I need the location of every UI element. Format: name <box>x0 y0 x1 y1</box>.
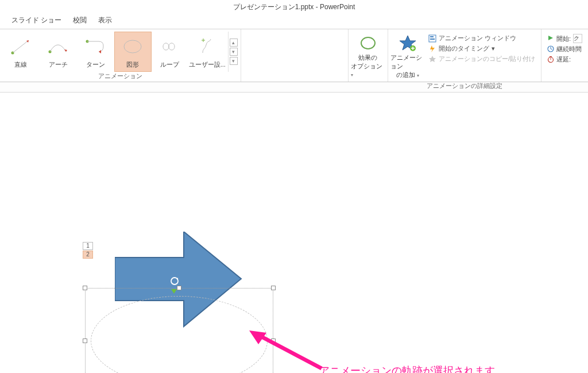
title-bar: プレゼンテーション1.pptx - PowerPoint <box>0 0 588 13</box>
svg-rect-21 <box>550 56 552 57</box>
anim-thumb-arc[interactable]: アーチ <box>40 32 77 72</box>
svg-rect-13 <box>430 36 434 37</box>
tab-slideshow[interactable]: スライド ショー <box>6 13 67 29</box>
svg-marker-15 <box>429 56 436 62</box>
order-tag-2[interactable]: 2 <box>83 251 93 259</box>
svg-point-4 <box>124 40 141 53</box>
order-tag-1[interactable]: 1 <box>83 242 93 250</box>
selection-handle[interactable] <box>83 286 87 290</box>
tab-view[interactable]: 表示 <box>92 13 118 29</box>
svg-point-7 <box>361 37 375 49</box>
ribbon-tabs: スライド ショー 校閲 表示 <box>0 13 588 29</box>
arc-path-icon <box>44 35 72 58</box>
svg-rect-14 <box>430 39 435 40</box>
chevron-down-icon: ▾ <box>492 45 495 52</box>
trigger-button[interactable]: 開始のタイミング ▾ <box>428 44 535 53</box>
chevron-down-icon: ▾ <box>417 73 419 78</box>
chevron-up-icon: ▴ <box>230 39 238 47</box>
duration-icon <box>547 45 554 53</box>
painter-icon <box>428 55 436 63</box>
anim-thumb-custom[interactable]: ユーザー設... <box>188 32 226 72</box>
start-field[interactable]: ク <box>573 34 582 43</box>
animation-order-tags: 1 2 <box>83 242 93 259</box>
pane-icon <box>428 34 436 43</box>
group-label-advanced: アニメーションの詳細設定 <box>388 82 541 92</box>
custom-path-icon <box>194 35 221 58</box>
anim-gallery-more[interactable]: ▴ ▾ ▾ <box>228 32 238 72</box>
motion-path-selection[interactable] <box>85 288 273 373</box>
timing-start-row[interactable]: 開始: ク <box>547 34 582 43</box>
shape-path-icon <box>119 35 146 58</box>
selection-handle[interactable] <box>271 286 276 290</box>
turn-path-icon <box>82 35 109 58</box>
selection-handle[interactable] <box>177 286 181 290</box>
anim-thumb-shape[interactable]: 図形 <box>114 32 152 72</box>
add-animation-icon <box>399 34 417 52</box>
svg-marker-16 <box>548 36 553 40</box>
delay-icon <box>547 56 554 64</box>
ribbon: 直線 アーチ ターン 図形 <box>0 29 588 82</box>
play-icon <box>547 34 554 43</box>
rotate-handle-icon[interactable] <box>170 276 179 286</box>
timing-duration-row[interactable]: 継続時間 <box>547 45 582 53</box>
annotation-text: アニメーションの軌跡が選択されます。 <box>319 364 505 373</box>
anim-thumb-turn[interactable]: ターン <box>77 32 114 72</box>
selection-handle[interactable] <box>83 339 87 343</box>
chevron-down-icon: ▾ <box>351 72 353 78</box>
slide-canvas[interactable]: 1 2 アニメーションの軌跡が選択されます。 <box>0 93 588 373</box>
svg-line-19 <box>551 49 552 49</box>
line-path-icon <box>7 35 34 58</box>
anim-thumb-loop[interactable]: ループ <box>152 32 189 72</box>
add-animation-button[interactable]: アニメーション の追加 ▾ <box>390 32 425 82</box>
effect-options-button[interactable]: 効果の オプション ▾ <box>351 32 385 80</box>
svg-line-1 <box>13 40 29 53</box>
timing-delay-row[interactable]: 遅延: <box>547 55 582 64</box>
annotation-arrow-icon <box>247 328 327 373</box>
effect-options-icon <box>359 34 377 52</box>
animation-pane-button[interactable]: アニメーション ウィンドウ <box>428 34 535 43</box>
animation-painter-button[interactable]: アニメーションのコピー/貼り付け <box>428 55 535 63</box>
window-title: プレゼンテーション1.pptx - PowerPoint <box>233 3 355 11</box>
trigger-icon <box>428 45 436 53</box>
tab-review[interactable]: 校閲 <box>67 13 92 29</box>
more-icon: ▾ <box>230 57 238 65</box>
motion-path-ellipse[interactable] <box>91 296 268 373</box>
svg-line-25 <box>258 335 322 368</box>
loop-path-icon <box>156 35 184 58</box>
chevron-down-icon: ▾ <box>230 48 238 56</box>
anim-thumb-line[interactable]: 直線 <box>2 32 40 72</box>
group-label-animation: アニメーション <box>0 72 241 82</box>
